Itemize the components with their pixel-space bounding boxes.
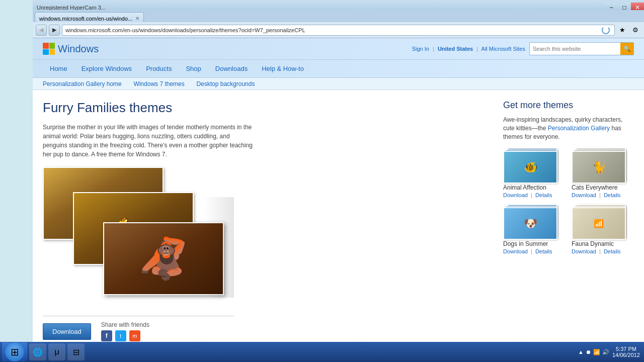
- nav-home[interactable]: Home: [43, 60, 74, 77]
- sys-icon-rec: ⏺: [586, 349, 591, 355]
- download-section: Download Share with friends f t m: [43, 321, 488, 341]
- theme-preview: 🐆 🦧: [43, 167, 234, 308]
- sign-in-link[interactable]: Sign In: [412, 46, 429, 52]
- page-title: Furry Families themes: [43, 100, 488, 116]
- header-links: Sign In | United States | All Microsoft …: [412, 46, 525, 52]
- theme-thumb-fauna-dynamic: 🦊 📶: [572, 204, 629, 240]
- search-box: 🔍: [529, 42, 634, 55]
- preview-shadow: [204, 197, 234, 298]
- sidebar: Get more themes Awe-inspiring landscapes…: [503, 100, 634, 342]
- theme-thumb-animal-affection: 🐟 🐠: [503, 148, 561, 184]
- fauna-dynamic-download-link[interactable]: Download: [572, 248, 596, 254]
- taskbar-right: ▲ ⏺ 📶 🔊 5:37 PM 14/06/2012: [578, 346, 644, 358]
- download-button[interactable]: Download: [43, 323, 91, 340]
- subnav-gallery-home[interactable]: Personalization Gallery home: [43, 80, 122, 87]
- united-states-link[interactable]: United States: [438, 46, 473, 52]
- sub-nav: Personalization Gallery home Windows 7 t…: [33, 78, 644, 90]
- nav-explore-windows[interactable]: Explore Windows: [74, 60, 139, 77]
- thumb-front: 🐈: [572, 151, 626, 184]
- start-orb: ⊞: [5, 342, 24, 361]
- share-label: Share with friends: [101, 321, 149, 328]
- favorites-button[interactable]: ★: [617, 25, 628, 36]
- search-button[interactable]: 🔍: [620, 43, 633, 55]
- windows-logo: Windows: [43, 43, 99, 55]
- facebook-share-button[interactable]: f: [101, 330, 112, 341]
- forward-button[interactable]: ▶: [49, 25, 60, 36]
- theme-name-dogs-in-summer: Dogs in Summer: [503, 240, 566, 247]
- monkey-icon: 🦧: [138, 235, 189, 283]
- site-header: Windows Sign In | United States | All Mi…: [33, 38, 644, 60]
- url-text: windows.microsoft.com/en-us/windows/down…: [65, 27, 600, 33]
- nav-products[interactable]: Products: [139, 60, 179, 77]
- main-content: Furry Families themes Surprise the mothe…: [43, 100, 488, 342]
- nav-shop[interactable]: Shop: [179, 60, 208, 77]
- taskbar-time-text: 5:37 PM: [612, 346, 640, 352]
- animal-affection-details-link[interactable]: Details: [535, 192, 552, 198]
- taskbar-icon-wmc[interactable]: ⊟: [67, 343, 85, 360]
- browser-content: Windows Sign In | United States | All Mi…: [33, 38, 644, 342]
- page-wrapper: Windows Sign In | United States | All Mi…: [33, 38, 644, 342]
- logo-text: Windows: [58, 43, 99, 55]
- thumb-front: 🐠: [503, 151, 557, 184]
- start-button[interactable]: ⊞: [2, 342, 27, 361]
- share-icons: f t m: [101, 330, 149, 341]
- taskbar-left: ⊞ 🌐 μ ⊟: [0, 342, 85, 361]
- thumb-front: 🐶: [503, 207, 557, 240]
- subnav-w7-themes[interactable]: Windows 7 themes: [133, 80, 184, 87]
- url-bar[interactable]: windows.microsoft.com/en-us/windows/down…: [62, 25, 615, 36]
- theme-name-animal-affection: Animal Affection: [503, 184, 566, 191]
- theme-thumb-cats-everywhere: 🐱 🐈: [572, 148, 629, 184]
- all-sites-link[interactable]: All Microsoft Sites: [481, 46, 525, 52]
- addressbar: ◀ ▶ windows.microsoft.com/en-us/windows/…: [33, 22, 644, 38]
- twitter-share-button[interactable]: t: [115, 330, 126, 341]
- theme-card-fauna-dynamic: 🦊 📶 Fauna Dynamic Download | Details: [572, 204, 634, 254]
- loading-spinner: [602, 26, 610, 34]
- theme-links-animal-affection: Download | Details: [503, 192, 566, 198]
- dogs-in-summer-details-link[interactable]: Details: [535, 248, 552, 254]
- sidebar-description: Awe-inspiring landscapes, quirky charact…: [503, 116, 634, 141]
- theme-name-fauna-dynamic: Fauna Dynamic: [572, 240, 634, 247]
- animal-affection-download-link[interactable]: Download: [503, 192, 528, 198]
- taskbar-clock[interactable]: 5:37 PM 14/06/2012: [612, 346, 640, 358]
- taskbar-icon-utorrent[interactable]: μ: [48, 343, 65, 360]
- theme-links-fauna-dynamic: Download | Details: [572, 248, 634, 254]
- description: Surprise the mother in your life with im…: [43, 123, 254, 159]
- content-area: Furry Families themes Surprise the mothe…: [33, 90, 644, 342]
- theme-card-animal-affection: 🐟 🐠 Animal Affection Download | Details: [503, 148, 566, 198]
- share-section: Share with friends f t m: [101, 321, 149, 341]
- taskbar-icon-chrome[interactable]: 🌐: [29, 343, 46, 360]
- dogs-in-summer-download-link[interactable]: Download: [503, 248, 528, 254]
- theme-card-dogs-in-summer: 🐕 🐶 Dogs in Summer Download | Details: [503, 204, 566, 254]
- taskbar-date-text: 14/06/2012: [612, 352, 640, 358]
- taskbar: ⊞ 🌐 μ ⊟ ▲ ⏺ 📶 🔊 5:37 PM 14/06/2012: [0, 342, 644, 362]
- tools-button[interactable]: ⚙: [630, 25, 641, 36]
- theme-name-cats-everywhere: Cats Everywhere: [572, 184, 634, 191]
- sys-icon-network: 📶: [593, 349, 600, 355]
- sys-icon-sound: 🔊: [602, 349, 609, 355]
- nav-help[interactable]: Help & How-to: [255, 60, 311, 77]
- search-input[interactable]: [530, 43, 620, 55]
- theme-card-cats-everywhere: 🐱 🐈 Cats Everywhere Download | Details: [572, 148, 634, 198]
- content-divider: [43, 316, 234, 316]
- fauna-dynamic-details-link[interactable]: Details: [604, 248, 621, 254]
- back-button[interactable]: ◀: [36, 25, 47, 36]
- cats-everywhere-details-link[interactable]: Details: [604, 192, 621, 198]
- theme-links-cats-everywhere: Download | Details: [572, 192, 634, 198]
- subnav-desktop-bg[interactable]: Desktop backgrounds: [196, 80, 255, 87]
- sidebar-title: Get more themes: [503, 100, 634, 111]
- theme-thumb-dogs-in-summer: 🐕 🐶: [503, 204, 561, 240]
- gallery-link[interactable]: Personalization Gallery: [548, 125, 610, 132]
- main-nav: Home Explore Windows Products Shop Downl…: [33, 60, 644, 78]
- tab-close-button[interactable]: ✕: [135, 16, 139, 21]
- sys-icon-1: ▲: [578, 349, 584, 355]
- nav-downloads[interactable]: Downloads: [208, 60, 255, 77]
- tab-label: windows.microsoft.com/en-us/windo...: [39, 16, 132, 22]
- header-right: Sign In | United States | All Microsoft …: [412, 42, 634, 55]
- cats-everywhere-download-link[interactable]: Download: [572, 192, 596, 198]
- taskbar-sys-tray: ▲ ⏺ 📶 🔊: [578, 349, 609, 355]
- theme-links-dogs-in-summer: Download | Details: [503, 248, 566, 254]
- refresh-button[interactable]: [600, 25, 611, 36]
- thumb-front: 📶: [572, 207, 626, 240]
- msn-share-button[interactable]: m: [129, 330, 140, 341]
- themes-grid: 🐟 🐠 Animal Affection Download | Details: [503, 148, 634, 254]
